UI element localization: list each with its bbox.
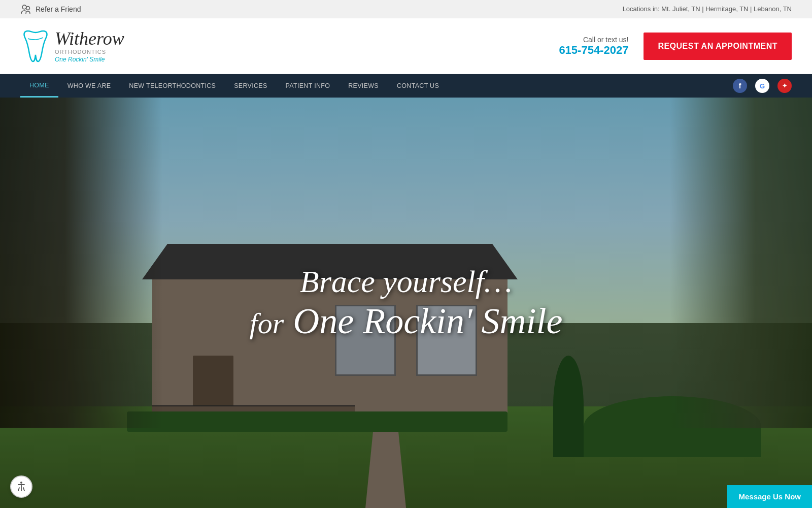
contact-info: Call or text us! 615-754-2027: [559, 36, 628, 57]
navigation: HOME WHO WE ARE NEW TELEORTHODONTICS SER…: [0, 74, 812, 98]
nav-patient-info[interactable]: PATIENT INFO: [277, 74, 340, 98]
nav-teleorthodontics[interactable]: NEW TELEORTHODONTICS: [120, 74, 225, 98]
yelp-icon[interactable]: ✦: [777, 79, 792, 93]
appointment-button[interactable]: REQUEST AN APPOINTMENT: [644, 33, 792, 60]
nav-services[interactable]: SERVICES: [225, 74, 276, 98]
google-icon[interactable]: G: [755, 79, 769, 93]
header-right: Call or text us! 615-754-2027 REQUEST AN…: [559, 33, 792, 60]
hero-line1: Brace yourself…: [250, 263, 563, 300]
nav-contact-us[interactable]: CONTACT US: [388, 74, 448, 98]
contact-label: Call or text us!: [559, 36, 628, 44]
hero-for: for: [250, 307, 284, 340]
tooth-icon: [20, 28, 51, 64]
locations-label: Locations in: Mt. Juliet, TN | Hermitage…: [623, 5, 792, 13]
refer-label: Refer a Friend: [36, 5, 81, 13]
logo-tagline: One Rockin' Smile: [55, 56, 124, 63]
hero-line2: for One Rockin' Smile: [250, 301, 563, 343]
accessibility-button[interactable]: [10, 475, 32, 498]
svg-point-0: [22, 5, 26, 9]
hero-section: Brace yourself… for One Rockin' Smile: [0, 98, 812, 508]
phone-number[interactable]: 615-754-2027: [559, 44, 628, 57]
message-us-button[interactable]: Message Us Now: [727, 485, 812, 508]
nav-links: HOME WHO WE ARE NEW TELEORTHODONTICS SER…: [20, 74, 448, 98]
logo-text: Witherow Orthodontics One Rockin' Smile: [55, 29, 124, 63]
nav-home[interactable]: HOME: [20, 74, 58, 98]
hero-tagline: One Rockin' Smile: [293, 301, 562, 342]
logo[interactable]: Witherow Orthodontics One Rockin' Smile: [20, 28, 124, 64]
nav-social: f G ✦: [733, 79, 792, 93]
top-bar: Refer a Friend Locations in: Mt. Juliet,…: [0, 0, 812, 18]
header: Witherow Orthodontics One Rockin' Smile …: [0, 18, 812, 74]
logo-sub: Orthodontics: [55, 49, 124, 55]
svg-point-2: [20, 482, 22, 484]
facebook-icon[interactable]: f: [733, 79, 747, 93]
nav-who-we-are[interactable]: WHO WE ARE: [58, 74, 120, 98]
nav-reviews[interactable]: REVIEWS: [339, 74, 388, 98]
accessibility-icon: [15, 481, 27, 493]
logo-brand: Witherow: [55, 29, 124, 48]
refer-friend-link[interactable]: Refer a Friend: [20, 4, 81, 15]
svg-point-1: [26, 6, 30, 10]
refer-icon: [20, 4, 31, 15]
hero-text: Brace yourself… for One Rockin' Smile: [250, 263, 563, 342]
